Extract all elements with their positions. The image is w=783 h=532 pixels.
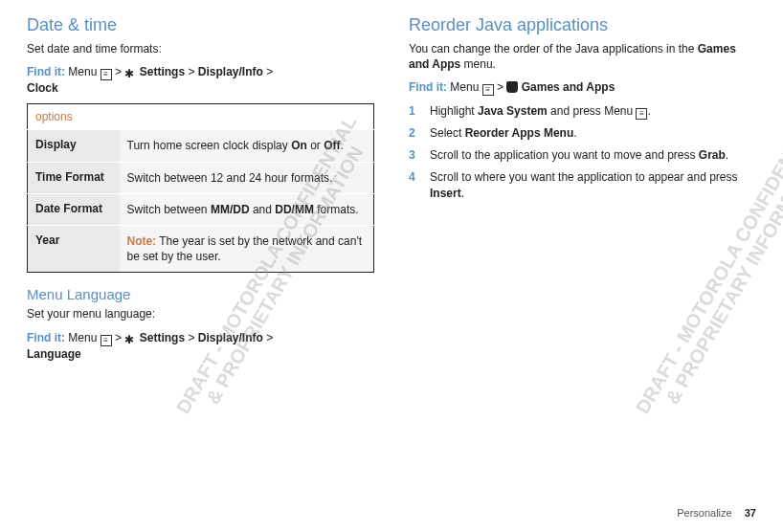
gt1: > [115, 65, 122, 78]
table-row: Time Format Switch between 12 and 24 hou… [28, 162, 374, 193]
findit-clock: Clock [27, 81, 58, 95]
list-item: 4 Scroll to where you want the applicati… [409, 169, 756, 202]
menulang-findit: Find it: Menu > Settings > Display/Info … [27, 330, 374, 362]
text: formats. [314, 203, 359, 216]
footer-page-number: 37 [745, 507, 756, 519]
text: . [340, 139, 343, 152]
menu-icon [482, 84, 494, 96]
gear-icon [124, 66, 136, 78]
findit-language: Language [27, 347, 81, 361]
step-number: 4 [409, 169, 415, 186]
datetime-findit: Find it: Menu > Settings > Display/Info … [27, 64, 374, 96]
table-row: Year Note: The year is set by the networ… [28, 225, 374, 272]
opt-desc-dateformat: Switch between MM/DD and DD/MM formats. [120, 193, 374, 225]
bold: Grab [699, 148, 726, 162]
findit-displayinfo: Display/Info [198, 331, 263, 344]
options-table: options Display Turn home screen clock d… [27, 103, 374, 273]
left-column: Date & time Set date and time formats: F… [27, 15, 374, 369]
findit-label: Find it: [27, 331, 65, 344]
findit-menu-word: Menu [450, 80, 479, 94]
opt-name-year: Year [28, 225, 120, 272]
findit-displayinfo: Display/Info [198, 65, 263, 78]
bold: DD/MM [275, 203, 314, 216]
bold: MM/DD [211, 203, 250, 216]
text: or [307, 139, 324, 152]
step-number: 1 [409, 103, 415, 120]
right-column: Reorder Java applications You can change… [409, 15, 756, 369]
gt1: > [497, 80, 503, 94]
list-item: 2 Select Reorder Apps Menu. [409, 125, 756, 142]
menu-icon [101, 69, 112, 80]
list-item: 1 Highlight Java System and press Menu . [409, 103, 756, 120]
findit-menu-word: Menu [68, 331, 97, 344]
table-row: Date Format Switch between MM/DD and DD/… [28, 193, 374, 225]
reorder-steps: 1 Highlight Java System and press Menu .… [409, 103, 756, 201]
text: and [250, 203, 276, 216]
gt2: > [188, 331, 194, 344]
findit-settings: Settings [140, 331, 185, 344]
list-item: 3 Scroll to the application you want to … [409, 147, 756, 164]
menulang-intro: Set your menu language: [27, 306, 374, 321]
datetime-intro: Set date and time formats: [27, 41, 374, 56]
opt-name-timeformat: Time Format [28, 162, 120, 193]
text: Select [430, 126, 465, 140]
text: Highlight [430, 104, 478, 118]
opt-desc-timeformat: Switch between 12 and 24 hour formats. [120, 162, 374, 193]
bold: Insert [430, 187, 461, 200]
findit-games-apps: Games and Apps [522, 80, 615, 94]
note-label: Note: [127, 234, 157, 248]
text: Scroll to the application you want to mo… [430, 148, 699, 162]
text: Turn home screen clock display [127, 139, 292, 152]
findit-settings: Settings [140, 65, 185, 78]
opt-desc-display: Turn home screen clock display On or Off… [120, 130, 374, 162]
heading-reorder-java: Reorder Java applications [409, 15, 756, 35]
text: . [647, 104, 650, 118]
table-row: Display Turn home screen clock display O… [28, 130, 374, 162]
gt3: > [266, 65, 273, 78]
bold: Off [324, 139, 340, 152]
text: . [573, 126, 576, 140]
findit-menu-word: Menu [68, 65, 97, 78]
options-header: options [28, 104, 374, 130]
opt-name-display: Display [28, 130, 120, 162]
joystick-icon [506, 81, 518, 93]
reorder-findit: Find it: Menu > Games and Apps [409, 79, 756, 96]
text: . [461, 187, 464, 200]
text: and press Menu [548, 104, 637, 118]
gt1: > [115, 331, 122, 344]
text: The year is set by the network and can't… [127, 234, 363, 263]
gt2: > [188, 65, 194, 78]
heading-menu-language: Menu Language [27, 286, 374, 302]
bold: Java System [478, 104, 548, 118]
menu-icon [636, 108, 647, 120]
bold: Reorder Apps Menu [465, 126, 574, 140]
heading-date-time: Date & time [27, 15, 374, 35]
reorder-intro: You can change the order of the Java app… [409, 41, 756, 72]
text: . [726, 148, 728, 162]
footer-section: Personalize [677, 507, 731, 519]
step-number: 3 [409, 147, 415, 164]
page-columns: Date & time Set date and time formats: F… [0, 0, 783, 369]
opt-name-dateformat: Date Format [28, 193, 120, 225]
findit-label: Find it: [27, 65, 65, 78]
text: You can change the order of the Java app… [409, 42, 698, 55]
text: menu. [460, 57, 496, 71]
text: Scroll to where you want the application… [430, 170, 738, 184]
gt3: > [266, 331, 273, 344]
bold: On [291, 139, 307, 152]
text: Switch between [127, 203, 211, 216]
gear-icon [124, 332, 136, 344]
step-number: 2 [409, 125, 415, 142]
menu-icon [101, 335, 112, 346]
page-footer: Personalize 37 [677, 507, 756, 519]
opt-desc-year: Note: The year is set by the network and… [120, 225, 374, 272]
findit-label: Find it: [409, 80, 447, 94]
